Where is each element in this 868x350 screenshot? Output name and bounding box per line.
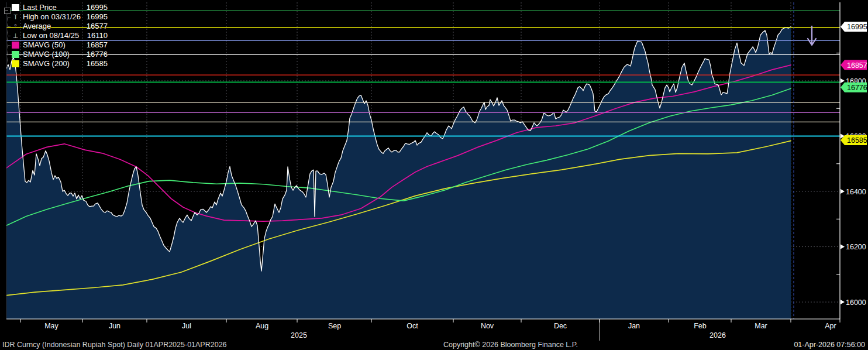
legend-row-last-price[interactable]: Last Price 16995 — [2, 3, 109, 12]
legend-value: 16110 — [87, 31, 109, 40]
average-marker-icon: ° — [12, 22, 19, 31]
month-label-feb: Feb — [694, 322, 707, 330]
legend-label: Last Price — [23, 3, 87, 12]
month-label-may: May — [44, 322, 58, 330]
footer-bar: IDR Curncy (Indonesian Rupiah Spot) Dail… — [0, 340, 868, 350]
legend-row-average[interactable]: ° Average 16577 — [2, 22, 109, 31]
security-description: IDR Curncy (Indonesian Rupiah Spot) Dail… — [2, 341, 227, 349]
month-label-oct: Oct — [407, 322, 418, 330]
legend-value: 16585 — [87, 59, 109, 68]
price-tag-label: 16995 — [847, 23, 867, 31]
month-label-sep: Sep — [328, 322, 341, 330]
legend-row-low[interactable]: ⊥ Low on 08/14/25 16110 — [2, 31, 109, 40]
year-label-2026: 2026 — [709, 331, 726, 339]
smavg200-swatch — [12, 60, 19, 67]
legend-label: High on 03/31/26 — [23, 12, 87, 22]
legend-label: SMAVG (100) — [23, 50, 87, 59]
legend-label: SMAVG (50) — [23, 40, 87, 50]
smavg50-swatch — [12, 42, 19, 49]
legend-value: 16995 — [87, 12, 109, 22]
chart-legend: Last Price 16995 T High on 03/31/26 1699… — [2, 3, 109, 68]
price-tag-label: 16857 — [847, 61, 867, 70]
y-axis-label: 16000 — [846, 298, 866, 307]
last-price-swatch — [12, 4, 19, 11]
price-chart-canvas[interactable]: 1680016600164001620016000169951685716776… — [0, 0, 868, 350]
month-label-jun: Jun — [109, 322, 120, 330]
copyright-notice: Copyright© 2026 Bloomberg Finance L.P. — [443, 341, 578, 349]
legend-row-smavg-100[interactable]: SMAVG (100) 16776 — [2, 50, 109, 59]
month-label-dec: Dec — [554, 322, 567, 330]
bloomberg-terminal-chart: 1680016600164001620016000169951685716776… — [0, 0, 868, 350]
price-tag-label: 16585 — [847, 136, 867, 145]
legend-label: Low on 08/14/25 — [23, 31, 87, 40]
price-tag-label: 16776 — [847, 84, 867, 92]
legend-collapse-button[interactable] — [4, 8, 11, 14]
legend-label: SMAVG (200) — [23, 59, 87, 68]
legend-value: 16577 — [87, 22, 109, 31]
legend-label: Average — [23, 22, 87, 31]
month-label-apr: Apr — [825, 322, 836, 330]
month-label-jul: Jul — [182, 322, 191, 330]
month-label-aug: Aug — [256, 322, 268, 330]
month-label-mar: Mar — [755, 322, 767, 330]
legend-value: 16776 — [87, 50, 109, 59]
chart-timestamp: 01-Apr-2026 07:56:00 — [794, 341, 865, 349]
legend-row-high[interactable]: T High on 03/31/26 16995 — [2, 12, 109, 22]
y-axis-label: 16200 — [846, 243, 866, 251]
legend-row-smavg-50[interactable]: SMAVG (50) 16857 — [2, 40, 109, 50]
month-label-jan: Jan — [628, 322, 640, 330]
legend-row-smavg-200[interactable]: SMAVG (200) 16585 — [2, 59, 109, 68]
y-axis-label: 16400 — [846, 188, 866, 196]
year-label-2025: 2025 — [291, 331, 307, 339]
legend-value: 16995 — [87, 3, 109, 12]
smavg100-swatch — [12, 51, 19, 58]
month-label-nov: Nov — [481, 322, 494, 330]
low-marker-icon: ⊥ — [12, 31, 19, 40]
legend-value: 16857 — [87, 40, 109, 50]
high-marker-icon: T — [12, 12, 19, 22]
